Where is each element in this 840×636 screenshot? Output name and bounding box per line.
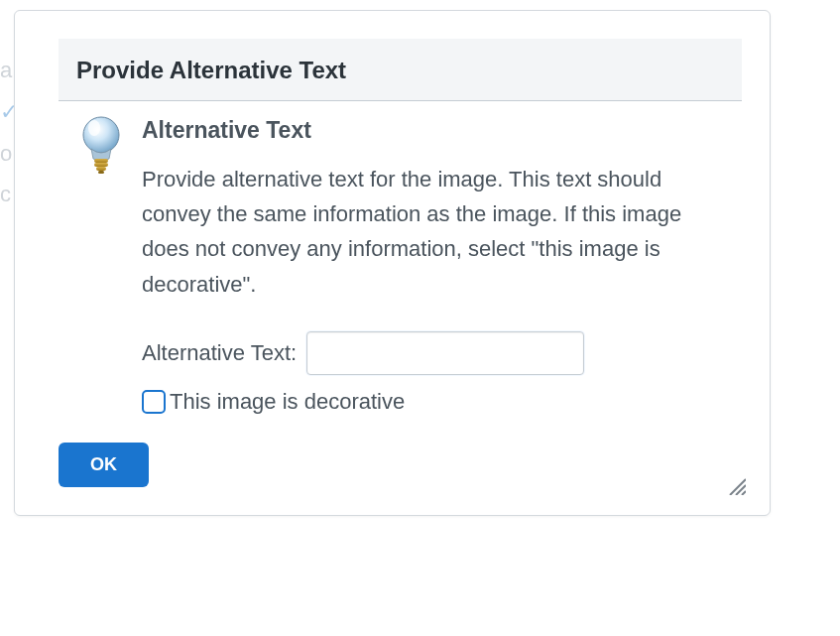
svg-rect-5 <box>98 171 104 174</box>
dialog-content: Alternative Text Provide alternative tex… <box>142 115 730 415</box>
dialog-header: Provide Alternative Text <box>59 39 742 101</box>
section-title: Alternative Text <box>142 117 730 144</box>
resize-handle-icon[interactable] <box>726 475 746 495</box>
decorative-checkbox-label: This image is decorative <box>170 389 405 415</box>
svg-rect-4 <box>96 167 106 171</box>
dialog-footer: OK <box>15 415 770 487</box>
svg-rect-2 <box>94 159 108 163</box>
svg-line-8 <box>742 491 746 495</box>
svg-point-0 <box>83 117 119 153</box>
alt-text-field-row: Alternative Text: <box>142 331 730 375</box>
dialog-title: Provide Alternative Text <box>76 57 724 84</box>
dialog-body: Alternative Text Provide alternative tex… <box>15 101 770 415</box>
svg-rect-3 <box>94 163 108 167</box>
ok-button[interactable]: OK <box>59 443 149 487</box>
alt-text-label: Alternative Text: <box>142 340 297 366</box>
lightbulb-icon <box>78 115 124 177</box>
alt-text-input[interactable] <box>306 331 584 375</box>
description-text: Provide alternative text for the image. … <box>142 162 730 302</box>
alt-text-dialog: Provide Alternative Text <box>14 10 771 516</box>
svg-point-1 <box>88 120 100 136</box>
decorative-checkbox[interactable] <box>142 390 166 414</box>
decorative-checkbox-row: This image is decorative <box>142 389 730 415</box>
